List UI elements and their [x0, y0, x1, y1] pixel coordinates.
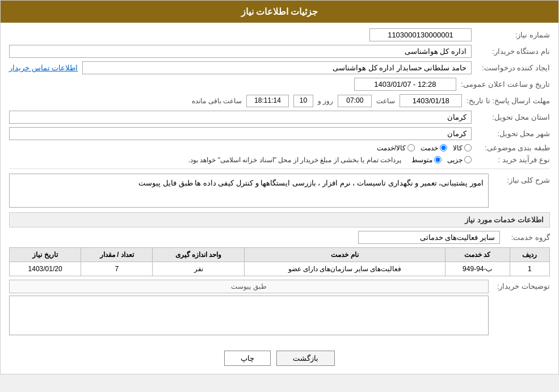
col-header-code: کد خدمت	[445, 248, 510, 262]
announcement-date-row: تاریخ و ساعت اعلان عمومی: 1403/01/07 - 1…	[9, 78, 550, 91]
deadline-date-value: 1403/01/18	[400, 94, 462, 107]
category-label-kala: کالا	[453, 144, 463, 152]
cell-name-1: فعالیت‌های سایر سازمان‌های دارای عضو	[244, 262, 445, 276]
category-option-kala-khedmat[interactable]: کالا/خدمت	[377, 144, 415, 152]
service-group-value: سایر فعالیت‌های خدماتی	[358, 231, 500, 244]
buyer-desc-row: توضیحات خریدار: طبق پیوست	[9, 280, 550, 337]
content-area: شماره نیاز: 1103000130000001 نام دستگاه …	[1, 23, 558, 343]
creator-value: حامد سلطانی حسابدار اداره کل هواشناسی	[82, 61, 472, 74]
buyer-org-value: اداره کل هواشناسی	[9, 45, 472, 58]
cell-row-1: 1	[510, 262, 549, 276]
deadline-time-value: 07:00	[338, 95, 372, 107]
deadline-days-value: 10	[293, 95, 313, 107]
category-option-kala[interactable]: کالا	[453, 144, 472, 152]
buyer-desc-textarea[interactable]	[9, 296, 489, 335]
service-group-label: گروه خدمت:	[505, 233, 550, 242]
process-note: پرداخت تمام یا بخشی از مبلغ خریدار از مح…	[188, 156, 401, 164]
divider-1	[9, 168, 550, 169]
province-value: کرمان	[9, 111, 472, 124]
category-option-khedmat[interactable]: خدمت	[421, 144, 447, 152]
city-row: شهر محل تحویل: کرمان	[9, 127, 550, 140]
buyer-org-row: نام دستگاه خریدار: اداره کل هواشناسی	[9, 45, 550, 58]
back-button[interactable]: بازگشت	[276, 351, 335, 366]
announcement-date-label: تاریخ و ساعت اعلان عمومی:	[461, 80, 550, 88]
creator-contact-link[interactable]: اطلاعات تماس خریدار	[9, 64, 78, 72]
description-label: شرح کلی نیاز:	[493, 174, 550, 184]
cell-code-1: ب-94-949	[445, 262, 510, 276]
service-group-row: گروه خدمت: سایر فعالیت‌های خدماتی	[9, 231, 550, 244]
description-row: شرح کلی نیاز: امور پشتیبانی، تعمیر و نگه…	[9, 174, 550, 208]
process-radio-motavaset[interactable]	[434, 156, 442, 163]
deadline-remaining-label: ساعت باقی مانده	[192, 97, 242, 105]
need-number-row: شماره نیاز: 1103000130000001	[9, 28, 550, 41]
col-header-qty: تعداد / مقدار	[81, 248, 153, 262]
city-label: شهر محل تحویل:	[476, 129, 550, 138]
process-label: نوع فرآیند خرید :	[476, 155, 550, 164]
cell-qty-1: 7	[81, 262, 153, 276]
creator-row: ایجاد کننده درخواست: حامد سلطانی حسابدار…	[9, 61, 550, 74]
city-value: کرمان	[9, 127, 472, 140]
creator-label: ایجاد کننده درخواست:	[476, 64, 550, 72]
category-label: طبقه بندی موضوعی:	[476, 144, 550, 152]
category-radio-kala-khedmat[interactable]	[407, 144, 415, 151]
deadline-remaining-value: 18:11:14	[246, 95, 289, 107]
process-option-motavaset[interactable]: متوسط	[411, 156, 442, 164]
category-label-kala-khedmat: کالا/خدمت	[377, 144, 406, 152]
deadline-label: مهلت ارسال پاسخ: تا تاریخ:	[466, 96, 550, 105]
table-header-row: ردیف کد خدمت نام خدمت واحد اندازه گیری ت…	[10, 248, 550, 262]
buyer-org-label: نام دستگاه خریدار:	[476, 47, 550, 56]
attachment-note: طبق پیوست	[9, 280, 489, 293]
page-wrapper: جزئیات اطلاعات نیاز شماره نیاز: 11030001…	[0, 0, 559, 374]
category-radio-kala[interactable]	[464, 144, 472, 151]
announcement-date-value: 1403/01/07 - 12:28	[354, 78, 456, 91]
province-label: استان محل تحویل:	[476, 113, 550, 121]
deadline-day-label: روز و	[318, 97, 333, 105]
table-row: 1 ب-94-949 فعالیت‌های سایر سازمان‌های دا…	[10, 262, 550, 276]
print-button[interactable]: چاپ	[224, 351, 271, 366]
process-label-motavaset: متوسط	[411, 156, 432, 164]
footer-buttons: بازگشت چاپ	[1, 343, 558, 374]
deadline-time-label: ساعت	[376, 97, 395, 105]
province-row: استان محل تحویل: کرمان	[9, 111, 550, 124]
col-header-row: ردیف	[510, 248, 549, 262]
description-value: امور پشتیبانی، تعمیر و نگهداری تاسیسات ،…	[9, 174, 489, 208]
page-header: جزئیات اطلاعات نیاز	[1, 1, 558, 23]
need-number-label: شماره نیاز:	[476, 31, 550, 39]
col-header-date: تاریخ نیاز	[10, 248, 81, 262]
need-number-value: 1103000130000001	[369, 28, 472, 41]
col-header-unit: واحد اندازه گیری	[153, 248, 245, 262]
category-label-khedmat: خدمت	[421, 144, 438, 152]
col-header-name: نام خدمت	[244, 248, 445, 262]
cell-unit-1: نفر	[153, 262, 245, 276]
deadline-row: مهلت ارسال پاسخ: تا تاریخ: 1403/01/18 سا…	[9, 94, 550, 107]
process-radio-group: جزیی متوسط	[411, 156, 472, 164]
process-row: نوع فرآیند خرید : جزیی متوسط پرداخت تمام…	[9, 155, 550, 164]
buyer-desc-label: توضیحات خریدار:	[493, 280, 550, 290]
category-radio-group: کالا خدمت کالا/خدمت	[377, 144, 472, 152]
services-section-title: اطلاعات خدمات مورد نیاز	[9, 212, 550, 227]
category-radio-khedmat[interactable]	[440, 144, 447, 151]
process-radio-jozii[interactable]	[464, 156, 472, 163]
category-row: طبقه بندی موضوعی: کالا خدمت کالا/خدمت	[9, 144, 550, 152]
buyer-desc-container: طبق پیوست	[9, 280, 489, 337]
process-option-jozii[interactable]: جزیی	[447, 156, 472, 164]
page-title: جزئیات اطلاعات نیاز	[241, 7, 318, 16]
process-label-jozii: جزیی	[447, 156, 463, 164]
services-table: ردیف کد خدمت نام خدمت واحد اندازه گیری ت…	[9, 247, 550, 276]
cell-date-1: 1403/01/20	[10, 262, 81, 276]
